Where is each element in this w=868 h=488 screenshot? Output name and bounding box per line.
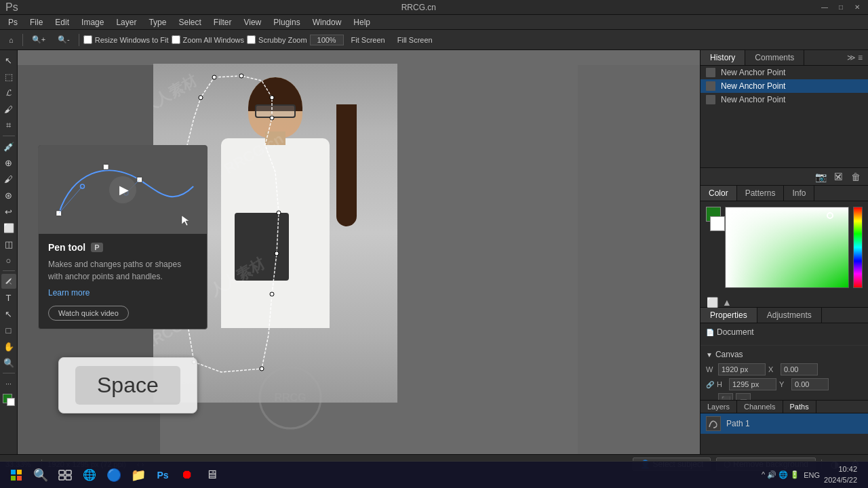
hand-tool[interactable]: ✋ <box>1 339 16 354</box>
x-input[interactable] <box>781 363 818 375</box>
tab-properties[interactable]: Properties <box>701 308 757 323</box>
home-btn[interactable]: ⌂ <box>4 34 18 46</box>
taskbar-record-btn[interactable]: ⏺ <box>176 464 198 486</box>
canvas-section-header[interactable]: ▼ Canvas <box>706 350 863 359</box>
shape-tool[interactable]: □ <box>1 323 16 338</box>
fit-screen-btn[interactable]: Fit Screen <box>347 34 390 46</box>
taskbar-edge-btn[interactable]: 🌐 <box>79 464 100 486</box>
tab-layers[interactable]: Layers <box>701 401 737 413</box>
color-picker[interactable] <box>725 207 849 288</box>
taskbar-chrome-btn[interactable]: 🔵 <box>103 464 125 486</box>
canvas-portrait-btn[interactable]: ▭ <box>736 393 751 400</box>
canvas-area[interactable]: woman-8475959_1920.jpg @ 33.3% (RGB/8#) … <box>18 50 700 454</box>
y-input[interactable] <box>791 378 829 390</box>
taskbar-taskview-btn[interactable] <box>54 464 76 486</box>
move-tool[interactable]: ↖ <box>1 53 16 68</box>
tab-channels[interactable]: Channels <box>737 401 783 413</box>
canvas-viewport[interactable]: 人人素材 RRCG.cn 人人素材 人人素材 RRCG.cn <box>18 50 700 454</box>
tab-color[interactable]: Color <box>701 186 737 201</box>
windows-start-btn[interactable] <box>5 464 27 486</box>
menu-filter[interactable]: Filter <box>208 16 237 28</box>
text-tool[interactable]: T <box>1 290 16 305</box>
zoom-all-input[interactable] <box>172 35 180 44</box>
tab-info[interactable]: Info <box>784 186 814 201</box>
tab-history[interactable]: History <box>701 50 745 65</box>
eyedropper-tool[interactable]: 💉 <box>1 139 16 154</box>
history-brush-tool[interactable]: ↩ <box>1 204 16 219</box>
history-panel-more[interactable]: ≫ ≡ <box>842 50 868 65</box>
zoom-in-btn[interactable]: 🔍+ <box>27 33 50 46</box>
extra-tools[interactable]: ··· <box>1 376 16 391</box>
learn-more-link[interactable]: Learn more <box>48 288 197 298</box>
tab-patterns[interactable]: Patterns <box>737 186 785 201</box>
path-item[interactable]: Path 1 <box>701 413 868 434</box>
zoom-out-btn[interactable]: 🔍- <box>53 33 75 46</box>
menu-view[interactable]: View <box>238 16 267 28</box>
gradient-tool[interactable]: ◫ <box>1 237 16 251</box>
zoom-all-check[interactable]: Zoom All Windows <box>172 35 244 44</box>
canvas-landscape-btn[interactable]: ⬛ <box>718 393 733 400</box>
history-item[interactable]: New Anchor Point <box>701 66 868 79</box>
bg-color[interactable] <box>7 398 15 406</box>
quick-select-tool[interactable]: 🖌 <box>1 102 16 117</box>
brush-tool[interactable]: 🖌 <box>1 171 16 186</box>
scrubby-input[interactable] <box>247 35 256 44</box>
tab-comments[interactable]: Comments <box>745 50 804 65</box>
close-button[interactable]: ✕ <box>852 2 863 13</box>
eraser-tool[interactable]: ⬜ <box>1 220 16 235</box>
bg-color-swatch[interactable] <box>710 216 725 231</box>
pen-tool active[interactable] <box>1 274 16 289</box>
maximize-button[interactable]: □ <box>835 2 846 13</box>
lasso-tool[interactable]: 𝓛 <box>1 85 16 100</box>
menu-plugins[interactable]: Plugins <box>268 16 305 28</box>
taskbar-search-btn[interactable]: 🔍 <box>30 464 52 486</box>
menu-help[interactable]: Help <box>348 16 376 28</box>
woman-figure <box>208 77 343 389</box>
history-item[interactable]: New Anchor Point <box>701 79 868 93</box>
tab-adjustments[interactable]: Adjustments <box>757 308 822 323</box>
color-panel-tabs: Color Patterns Info <box>701 186 868 201</box>
menu-select[interactable]: Select <box>173 16 206 28</box>
svg-rect-29 <box>59 476 64 480</box>
history-item[interactable]: New Anchor Point <box>701 93 868 106</box>
minimize-button[interactable]: — <box>819 2 830 13</box>
dodge-tool[interactable]: ○ <box>1 253 16 268</box>
color-swatches[interactable] <box>1 392 16 407</box>
svg-rect-26 <box>17 476 22 481</box>
color-hex-icon[interactable]: ⬜ <box>706 296 718 308</box>
menu-type[interactable]: Type <box>143 16 172 28</box>
history-new-btn[interactable]: 🗷 <box>831 170 845 184</box>
taskbar-explorer-btn[interactable]: 📁 <box>127 464 149 486</box>
zoom-percent-input[interactable] <box>310 35 344 45</box>
rect-select-tool[interactable]: ⬚ <box>1 69 16 84</box>
hue-bar[interactable] <box>853 207 863 288</box>
menu-image[interactable]: Image <box>76 16 109 28</box>
width-input[interactable] <box>718 363 766 375</box>
resize-windows-input[interactable] <box>83 35 92 44</box>
svg-rect-24 <box>17 470 22 474</box>
history-delete-btn[interactable]: 🗑 <box>849 170 863 184</box>
healing-tool[interactable]: ⊕ <box>1 155 16 170</box>
menu-edit[interactable]: Edit <box>50 16 75 28</box>
video-play-btn[interactable]: ▶ <box>109 176 136 203</box>
tab-paths[interactable]: Paths <box>783 401 816 413</box>
menu-window[interactable]: Window <box>307 16 347 28</box>
menu-ps[interactable]: Ps <box>3 16 23 28</box>
menu-layer[interactable]: Layer <box>111 16 142 28</box>
menu-file[interactable]: File <box>24 16 48 28</box>
history-snapshot-btn[interactable]: 📷 <box>814 170 827 184</box>
document-section-header[interactable]: 📄 Document <box>706 327 863 337</box>
watch-video-btn[interactable]: Watch quick video <box>48 306 129 321</box>
color-triangle-icon[interactable]: ▲ <box>721 296 733 308</box>
resize-windows-check[interactable]: Resize Windows to Fit <box>83 35 169 44</box>
scrubby-check[interactable]: Scrubby Zoom <box>247 35 307 44</box>
zoom-tool[interactable]: 🔍 <box>1 355 16 370</box>
taskbar-monitor-btn[interactable]: 🖥 <box>201 464 222 486</box>
clone-tool[interactable]: ⊛ <box>1 188 16 203</box>
canvas-right-area <box>578 65 700 454</box>
path-select-tool[interactable]: ↖ <box>1 306 16 321</box>
taskbar-ps-btn[interactable]: Ps <box>152 464 174 486</box>
fill-screen-btn[interactable]: Fill Screen <box>393 34 437 46</box>
crop-tool[interactable]: ⌗ <box>1 118 16 133</box>
height-input[interactable] <box>729 378 776 390</box>
